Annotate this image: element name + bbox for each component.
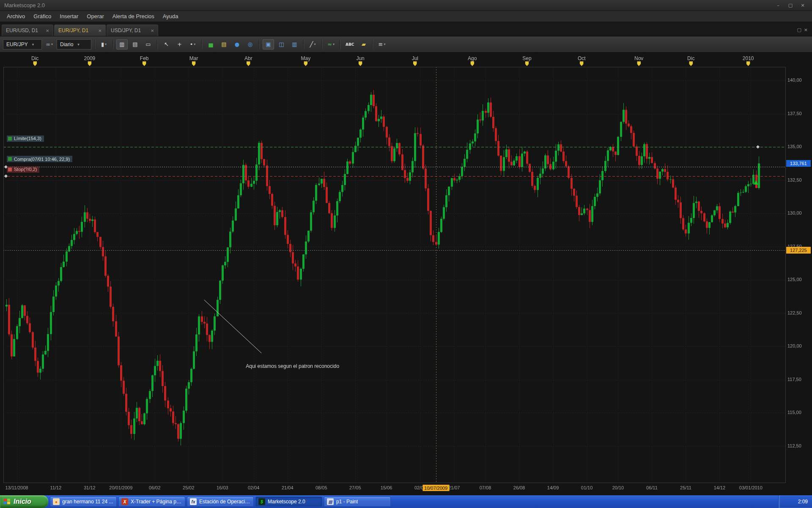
minimize-button[interactable]: – — [773, 2, 783, 9]
instrument-value: EUR/JPY — [6, 41, 28, 47]
chart-overlay: Dic2009FebMarAbrMayJunJulAgoSepOctNovDic… — [0, 52, 812, 495]
tab-eur-usd-d1[interactable]: EUR/USD, D1× — [2, 25, 53, 36]
buy-position-chip-icon — [8, 157, 12, 161]
publish-button[interactable]: ● — [231, 39, 243, 50]
date-tick-label: 25/11 — [680, 485, 691, 490]
month-label: 2010 — [743, 55, 754, 61]
layout-single-button[interactable]: ▣ — [263, 39, 274, 50]
date-tick-label: 15/06 — [381, 485, 392, 490]
menu-ayuda[interactable]: Ayuda — [159, 12, 183, 21]
menu-bar: ArchivoGráficoInsertarOperarAlerta de Pr… — [0, 11, 812, 22]
pointer-tool-button[interactable]: ↖ — [161, 39, 172, 50]
chart-annotation[interactable]: Aqui estamos segun el patron reconocido — [246, 363, 339, 369]
chart-type-icon: ▮ — [101, 41, 104, 47]
toolbar-separator — [201, 40, 202, 49]
price-tick-label: 120,00 — [787, 343, 809, 348]
trendline-button[interactable]: ╱▾ — [307, 39, 318, 50]
menu-gr-fico[interactable]: Gráfico — [29, 12, 55, 21]
bars-view-button[interactable]: ▤ — [129, 39, 141, 50]
month-marker-icon — [192, 61, 196, 66]
layout-rows-button[interactable]: ▥ — [289, 39, 300, 50]
taskbar-item-label: X-Trader + Página pri... — [131, 499, 182, 505]
taskbar-item-label: gran hermano 11 24 ... — [62, 499, 113, 505]
month-marker-icon — [247, 61, 250, 66]
indicators-button[interactable]: ≈▾ — [325, 39, 337, 50]
alert-price-label[interactable]: 127,225 — [786, 247, 811, 254]
crosshair-tool-button[interactable]: + — [174, 39, 185, 50]
maximize-button[interactable]: ▢ — [785, 2, 796, 9]
tab-usd-jpy-d1[interactable]: USD/JPY, D1× — [107, 25, 158, 36]
date-tick-label: 06/11 — [646, 485, 658, 490]
close-icon[interactable]: × — [41, 28, 49, 34]
eraser-icon: ▰ — [362, 41, 366, 47]
month-marker-icon — [88, 61, 91, 66]
toolbar-separator — [259, 40, 260, 49]
taskbar-item-label: Estación de Operacio... — [199, 499, 251, 505]
menu-operar[interactable]: Operar — [82, 12, 108, 21]
close-child-button[interactable]: × — [804, 27, 808, 33]
chevron-down-icon: ▾ — [314, 42, 315, 46]
chevron-down-icon: ▾ — [333, 42, 335, 46]
candles-view-button[interactable]: ▥ — [116, 39, 128, 50]
month-label: Oct — [578, 55, 586, 61]
zoom-button[interactable]: ◎ — [244, 39, 256, 50]
firefox-icon: ● — [53, 498, 60, 505]
month-marker-icon — [413, 61, 417, 66]
order-label-text: Stop(?/0,2) — [14, 167, 37, 172]
menu-insertar[interactable]: Insertar — [55, 12, 82, 21]
clock[interactable]: 2:09 — [798, 499, 808, 505]
month-label: Jul — [412, 55, 418, 61]
price-tick-label: 112,50 — [787, 443, 809, 448]
line-view-button[interactable]: ▭ — [143, 39, 154, 50]
date-tick-label: 01/10 — [581, 485, 593, 490]
month-marker-icon — [689, 61, 693, 66]
date-tick-label: 13/11/2008 — [5, 485, 28, 490]
dot-tool-button[interactable]: •▾ — [187, 39, 198, 50]
close-button[interactable]: × — [798, 2, 808, 9]
window-controls: –▢× — [773, 2, 808, 9]
selected-date-label[interactable]: 10/07/2009 — [422, 485, 449, 491]
taskbar-item-gran-hermano-11-24[interactable]: ●gran hermano 11 24 ... — [50, 497, 117, 507]
link-chart-button[interactable]: ∞ ▾ — [44, 39, 55, 50]
limit-order-label[interactable]: Límite(154,3) — [7, 135, 44, 142]
taskbar-item-p1-paint[interactable]: ▨p1 - Paint — [324, 497, 391, 507]
indicators-icon: ≈ — [327, 41, 332, 47]
taskbar-item-label: p1 - Paint — [336, 499, 358, 505]
month-label: Sep — [522, 55, 531, 61]
price-tick-label: 125,00 — [787, 277, 809, 282]
menu-alerta-de-precios[interactable]: Alerta de Precios — [108, 12, 159, 21]
price-tick-label: 130,00 — [787, 210, 809, 215]
month-label: Nov — [634, 55, 643, 61]
close-icon[interactable]: × — [145, 28, 154, 34]
month-marker-icon — [359, 61, 362, 66]
tab-eur-jpy-d1[interactable]: EUR/JPY, D1× — [54, 25, 106, 36]
dot-tool-icon: • — [190, 41, 193, 47]
limit-order-chip-icon — [8, 137, 12, 141]
chart-type-button[interactable]: ▮▾ — [98, 39, 110, 50]
restore-child-button[interactable]: ▢ — [797, 27, 801, 33]
link-icon: ∞ — [46, 41, 50, 47]
xtrader-icon: X — [121, 498, 128, 505]
note-button[interactable]: ▤ — [218, 39, 230, 50]
volume-button[interactable]: ▅ — [205, 39, 217, 50]
eraser-button[interactable]: ▰ — [358, 39, 369, 50]
taskbar-item-marketscope-2-0[interactable]: $Marketscope 2.0 — [255, 497, 322, 507]
month-label: Feb — [140, 55, 149, 61]
instrument-select[interactable]: EUR/JPY ▾ — [3, 39, 42, 50]
buy-position-label[interactable]: Compra(07/01 10:46, 22,9) — [7, 156, 72, 162]
period-select[interactable]: Diario ▾ — [57, 39, 91, 50]
text-label-button[interactable]: ABC — [343, 39, 356, 50]
start-button[interactable]: Inicio — [0, 495, 48, 508]
layout-split-button[interactable]: ◫ — [276, 39, 287, 50]
month-marker-icon — [470, 61, 474, 66]
taskbar-item-estaci-n-de-operacio[interactable]: fxEstación de Operacio... — [187, 497, 254, 507]
menu-archivo[interactable]: Archivo — [3, 12, 29, 21]
close-icon[interactable]: × — [93, 28, 102, 34]
taskbar-items: ●gran hermano 11 24 ...XX-Trader + Págin… — [48, 495, 391, 508]
stop-order-label[interactable]: Stop(?/0,2) — [7, 166, 39, 173]
taskbar-item-x-trader-p-gina-pri[interactable]: XX-Trader + Página pri... — [118, 497, 185, 507]
options-button[interactable]: ≡▾ — [376, 39, 387, 50]
date-tick-label: 02/04 — [248, 485, 260, 490]
chevron-down-icon: ▾ — [105, 42, 107, 46]
chevron-down-icon: ▾ — [384, 42, 385, 46]
